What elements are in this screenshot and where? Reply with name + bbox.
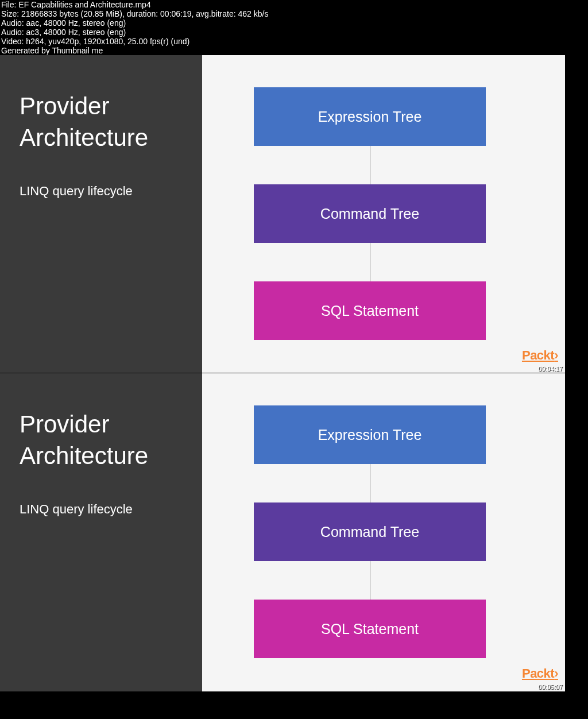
packt-text: Packt <box>522 348 554 362</box>
metadata-file: File: EF Capabilities and Architecture.m… <box>1 0 587 9</box>
slide-title: Provider Architecture <box>20 409 183 471</box>
metadata-overlay: File: EF Capabilities and Architecture.m… <box>0 0 588 55</box>
metadata-audio2: Audio: ac3, 48000 Hz, stereo (eng) <box>1 28 587 37</box>
flow-connector <box>370 146 370 184</box>
frame-timestamp: 00:05:07 <box>538 683 563 690</box>
thumbnail-frame-2: Provider Architecture LINQ query lifecyc… <box>0 373 565 691</box>
thumbnail-frame-1: Provider Architecture LINQ query lifecyc… <box>0 55 565 373</box>
slide-subtitle: LINQ query lifecycle <box>20 501 183 518</box>
packt-arrow-icon: › <box>554 348 558 362</box>
frame-timestamp: 00:04:17 <box>538 365 563 372</box>
flow-connector <box>370 464 370 502</box>
packt-arrow-icon: › <box>554 666 558 681</box>
slide-content: Expression Tree Command Tree SQL Stateme… <box>202 55 565 373</box>
flow-expression-tree: Expression Tree <box>254 405 486 464</box>
metadata-generated: Generated by Thumbnail me <box>1 46 587 55</box>
packt-logo: Packt› <box>522 348 558 363</box>
slide-title: Provider Architecture <box>20 91 183 153</box>
metadata-video: Video: h264, yuv420p, 1920x1080, 25.00 f… <box>1 37 587 46</box>
slide-sidebar: Provider Architecture LINQ query lifecyc… <box>0 55 202 373</box>
flow-sql-statement: SQL Statement <box>254 281 486 340</box>
thumbnails-container: Provider Architecture LINQ query lifecyc… <box>0 55 588 691</box>
packt-logo: Packt› <box>522 666 558 681</box>
metadata-size: Size: 21866833 bytes (20.85 MiB), durati… <box>1 9 587 18</box>
flow-connector <box>370 243 370 281</box>
flow-command-tree: Command Tree <box>254 184 486 243</box>
flow-connector <box>370 561 370 600</box>
slide-subtitle: LINQ query lifecycle <box>20 183 183 200</box>
flow-sql-statement: SQL Statement <box>254 600 486 658</box>
slide-sidebar: Provider Architecture LINQ query lifecyc… <box>0 373 202 691</box>
slide-content: Expression Tree Command Tree SQL Stateme… <box>202 373 565 691</box>
flow-command-tree: Command Tree <box>254 502 486 561</box>
flow-expression-tree: Expression Tree <box>254 87 486 146</box>
metadata-audio1: Audio: aac, 48000 Hz, stereo (eng) <box>1 18 587 28</box>
packt-text: Packt <box>522 666 554 681</box>
